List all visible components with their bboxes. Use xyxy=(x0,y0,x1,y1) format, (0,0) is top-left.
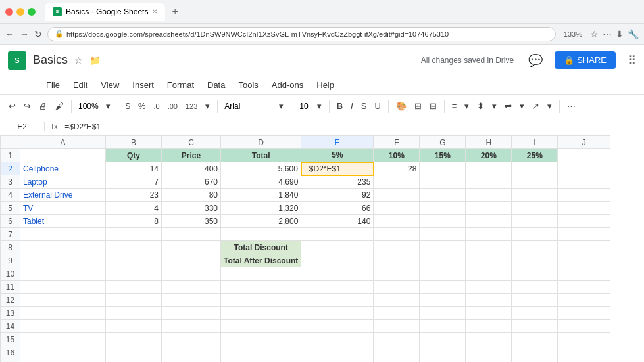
cell-G1[interactable]: 15% xyxy=(420,149,466,162)
row-num-15[interactable]: 15 xyxy=(1,333,20,346)
cell-E3[interactable]: 235 xyxy=(301,175,374,189)
cell-J8[interactable] xyxy=(558,241,610,254)
rotate-btn[interactable]: ↗ xyxy=(529,99,543,113)
cell-H7[interactable] xyxy=(466,228,512,241)
cell-I9[interactable] xyxy=(512,254,558,267)
valign-dropdown[interactable]: ▾ xyxy=(489,99,500,113)
row-num-2[interactable]: 2 xyxy=(1,162,20,175)
star-icon[interactable]: ☆ xyxy=(74,55,83,66)
cell-J7[interactable] xyxy=(558,228,610,241)
cell-C6[interactable]: 350 xyxy=(162,215,221,228)
menu-addons[interactable]: Add-ons xyxy=(265,78,310,93)
more-formats-btn[interactable]: 123 xyxy=(182,101,201,112)
cell-F3[interactable] xyxy=(374,175,420,189)
cell-C7[interactable] xyxy=(162,228,221,241)
cell-F1[interactable]: 10% xyxy=(374,149,420,162)
cell-D2[interactable]: 5,600 xyxy=(221,162,301,175)
col-header-F[interactable]: F xyxy=(374,136,420,149)
cell-B2[interactable]: 14 xyxy=(106,162,162,175)
menu-view[interactable]: View xyxy=(94,78,126,93)
cell-H3[interactable] xyxy=(466,175,512,189)
cell-G9[interactable] xyxy=(420,254,466,267)
more-formats-dropdown[interactable]: ▾ xyxy=(202,99,213,113)
cell-A7[interactable] xyxy=(20,228,106,241)
cell-C8[interactable] xyxy=(162,241,221,254)
cell-A1[interactable] xyxy=(20,149,106,162)
cell-B5[interactable]: 4 xyxy=(106,202,162,215)
row-num-12[interactable]: 12 xyxy=(1,294,20,307)
cell-C9[interactable] xyxy=(162,254,221,267)
menu-format[interactable]: Format xyxy=(161,78,201,93)
row-num-10[interactable]: 10 xyxy=(1,267,20,281)
formula-input[interactable]: =$D2*E$1 xyxy=(64,122,639,131)
borders-btn[interactable]: ⊞ xyxy=(411,99,425,113)
row-num-4[interactable]: 4 xyxy=(1,189,20,202)
print-btn[interactable]: 🖨 xyxy=(36,99,51,113)
menu-insert[interactable]: Insert xyxy=(126,78,161,93)
cell-B6[interactable]: 8 xyxy=(106,215,162,228)
cell-J1[interactable] xyxy=(558,149,610,162)
browser-tab[interactable]: S Basics - Google Sheets ✕ xyxy=(45,3,165,21)
wrap-btn[interactable]: ⇌ xyxy=(501,99,515,113)
decimal-increase-btn[interactable]: .00 xyxy=(164,101,181,112)
align-dropdown[interactable]: ▾ xyxy=(461,99,472,113)
col-header-G[interactable]: G xyxy=(420,136,466,149)
row-num-3[interactable]: 3 xyxy=(1,175,20,189)
document-title[interactable]: Basics xyxy=(33,53,68,67)
font-size-dropdown[interactable]: ▾ xyxy=(314,99,325,113)
folder-icon[interactable]: 📁 xyxy=(89,55,101,66)
menu-dots-icon[interactable]: ⋯ xyxy=(603,29,612,39)
cell-J3[interactable] xyxy=(558,175,610,189)
col-header-J[interactable]: J xyxy=(558,136,610,149)
font-family-display[interactable]: Arial xyxy=(222,101,274,112)
menu-tools[interactable]: Tools xyxy=(232,78,264,93)
address-bar[interactable]: 🔒 https://docs.google.com/spreadsheets/d… xyxy=(47,27,556,41)
cell-J6[interactable] xyxy=(558,215,610,228)
cell-H5[interactable] xyxy=(466,202,512,215)
cell-I6[interactable] xyxy=(512,215,558,228)
col-header-E[interactable]: E xyxy=(301,136,374,149)
cell-D5[interactable]: 1,320 xyxy=(221,202,301,215)
cell-D1[interactable]: Total xyxy=(221,149,301,162)
fill-color-btn[interactable]: 🎨 xyxy=(393,99,410,113)
menu-file[interactable]: File xyxy=(39,78,66,93)
row-num-16[interactable]: 16 xyxy=(1,346,20,359)
cell-I4[interactable] xyxy=(512,189,558,202)
col-header-C[interactable]: C xyxy=(162,136,221,149)
cell-J9[interactable] xyxy=(558,254,610,267)
cell-I5[interactable] xyxy=(512,202,558,215)
menu-data[interactable]: Data xyxy=(201,78,232,93)
cell-E2[interactable]: =$D2*E$1 xyxy=(301,162,374,175)
new-tab-btn[interactable]: + xyxy=(172,6,178,18)
cell-H1[interactable]: 20% xyxy=(466,149,512,162)
cell-A5[interactable]: TV xyxy=(20,202,106,215)
cell-C4[interactable]: 80 xyxy=(162,189,221,202)
menu-edit[interactable]: Edit xyxy=(66,78,94,93)
google-apps-icon[interactable]: ⠿ xyxy=(628,53,636,68)
font-family-dropdown[interactable]: ▾ xyxy=(276,99,287,113)
cell-G7[interactable] xyxy=(420,228,466,241)
cell-A4[interactable]: External Drive xyxy=(20,189,106,202)
cell-E9[interactable] xyxy=(301,254,374,267)
cell-I7[interactable] xyxy=(512,228,558,241)
cell-B4[interactable]: 23 xyxy=(106,189,162,202)
cell-G3[interactable] xyxy=(420,175,466,189)
cell-F2[interactable]: 28 xyxy=(374,162,420,175)
wrap-dropdown[interactable]: ▾ xyxy=(516,99,528,113)
cell-A6[interactable]: Tablet xyxy=(20,215,106,228)
grid-scroll-area[interactable]: A B C D E F G H I J 1 Qty Pr xyxy=(0,135,644,362)
cell-C2[interactable]: 400 xyxy=(162,162,221,175)
row-num-13[interactable]: 13 xyxy=(1,307,20,320)
percent-btn[interactable]: % xyxy=(135,99,149,113)
cell-G4[interactable] xyxy=(420,189,466,202)
valign-btn[interactable]: ⬍ xyxy=(474,99,487,113)
more-btn[interactable]: ⋯ xyxy=(564,99,579,113)
paint-format-btn[interactable]: 🖌 xyxy=(52,99,67,113)
extension-icon[interactable]: 🔧 xyxy=(628,29,639,39)
cell-F8[interactable] xyxy=(374,241,420,254)
row-num-7[interactable]: 7 xyxy=(1,228,20,241)
cell-H8[interactable] xyxy=(466,241,512,254)
cell-G5[interactable] xyxy=(420,202,466,215)
cell-B8[interactable] xyxy=(106,241,162,254)
zoom-select[interactable]: 100% xyxy=(76,101,101,112)
